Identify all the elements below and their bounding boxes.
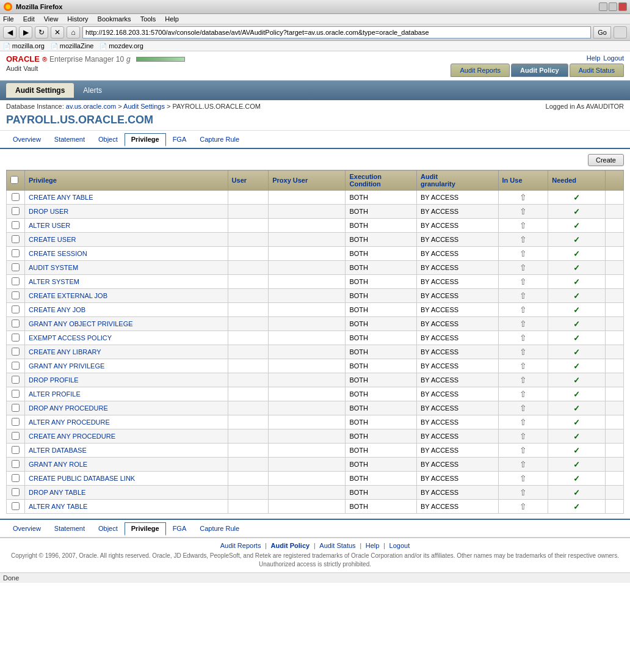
breadcrumb-db-link[interactable]: av.us.oracle.com — [66, 103, 116, 110]
row-checkbox[interactable] — [12, 263, 20, 271]
privilege-link[interactable]: ALTER USER — [29, 222, 70, 229]
url-input[interactable] — [82, 26, 591, 38]
row-checkbox[interactable] — [12, 418, 20, 426]
footer-link-audit-reports[interactable]: Audit Reports — [220, 542, 261, 549]
privilege-link[interactable]: ALTER DATABASE — [29, 447, 87, 454]
menu-tools[interactable]: Tools — [140, 15, 156, 23]
subtab-capture-rule[interactable]: Capture Rule — [193, 133, 246, 145]
row-checkbox[interactable] — [12, 193, 20, 201]
tab-alerts[interactable]: Alerts — [74, 83, 111, 98]
menu-bookmarks[interactable]: Bookmarks — [98, 15, 131, 23]
minimize-button[interactable] — [599, 2, 607, 11]
privilege-link[interactable]: GRANT ANY ROLE — [29, 461, 87, 468]
privilege-link[interactable]: ALTER PROFILE — [29, 390, 81, 398]
row-checkbox[interactable] — [12, 390, 20, 398]
privilege-link[interactable]: CREATE SESSION — [29, 250, 87, 257]
breadcrumb-audit-settings-link[interactable]: Audit Settings — [123, 103, 165, 110]
privilege-link[interactable]: GRANT ANY OBJECT PRIVILEGE — [29, 320, 133, 327]
tab-audit-status[interactable]: Audit Status — [570, 64, 624, 77]
close-button[interactable] — [618, 2, 627, 11]
bookmark-mozdev[interactable]: mozdev.org — [100, 42, 143, 49]
tab-audit-policy[interactable]: Audit Policy — [511, 64, 568, 77]
row-checkbox[interactable] — [12, 235, 20, 243]
help-link[interactable]: Help — [587, 54, 601, 62]
logout-link[interactable]: Logout — [603, 54, 624, 62]
row-checkbox[interactable] — [12, 488, 20, 496]
row-checkbox[interactable] — [12, 362, 20, 370]
back-button[interactable]: ◀ — [3, 26, 16, 38]
row-checkbox[interactable] — [12, 348, 20, 356]
row-checkbox[interactable] — [12, 460, 20, 468]
row-checkbox[interactable] — [12, 502, 20, 510]
privilege-link[interactable]: CREATE ANY JOB — [29, 306, 85, 313]
menu-help[interactable]: Help — [165, 15, 179, 23]
privilege-link[interactable]: AUDIT SYSTEM — [29, 264, 78, 271]
select-all-checkbox[interactable] — [10, 176, 18, 184]
col-user[interactable]: User — [228, 170, 269, 191]
privilege-link[interactable]: DROP PROFILE — [29, 376, 79, 384]
menu-file[interactable]: File — [3, 15, 14, 23]
privilege-link[interactable]: DROP USER — [29, 208, 68, 215]
footer-subtab-statement[interactable]: Statement — [48, 522, 92, 535]
privilege-link[interactable]: CREATE ANY PROCEDURE — [29, 433, 115, 440]
privilege-link[interactable]: DROP ANY TABLE — [29, 489, 85, 496]
footer-subtab-object[interactable]: Object — [92, 522, 125, 535]
footer-link-logout[interactable]: Logout — [389, 542, 410, 549]
row-checkbox[interactable] — [12, 474, 20, 482]
footer-link-audit-policy[interactable]: Audit Policy — [271, 542, 310, 549]
privilege-link[interactable]: ALTER ANY TABLE — [29, 503, 87, 510]
privilege-link[interactable]: DROP ANY PROCEDURE — [29, 404, 108, 412]
privilege-link[interactable]: CREATE PUBLIC DATABASE LINK — [29, 475, 135, 482]
menu-history[interactable]: History — [67, 15, 88, 23]
row-checkbox[interactable] — [12, 249, 20, 257]
stop-button[interactable]: ✕ — [51, 26, 64, 38]
home-button[interactable]: ⌂ — [67, 26, 80, 38]
tab-audit-reports[interactable]: Audit Reports — [451, 64, 510, 77]
subtab-overview[interactable]: Overview — [6, 133, 48, 145]
row-checkbox[interactable] — [12, 277, 20, 285]
bookmark-mozillazine[interactable]: mozillaZine — [51, 42, 93, 49]
menu-view[interactable]: View — [44, 15, 59, 23]
row-checkbox[interactable] — [12, 446, 20, 454]
footer-link-help[interactable]: Help — [366, 542, 380, 549]
subtab-privilege[interactable]: Privilege — [125, 133, 166, 147]
row-checkbox[interactable] — [12, 432, 20, 440]
col-audit-granularity[interactable]: Auditgranularity — [416, 170, 498, 191]
privilege-link[interactable]: GRANT ANY PRIVILEGE — [29, 362, 104, 370]
footer-subtab-privilege[interactable]: Privilege — [125, 522, 166, 536]
privilege-link[interactable]: CREATE ANY TABLE — [29, 194, 93, 201]
go-button[interactable]: Go — [593, 26, 611, 38]
footer-subtab-capture-rule[interactable]: Capture Rule — [193, 522, 246, 535]
row-checkbox[interactable] — [12, 376, 20, 384]
subtab-statement[interactable]: Statement — [48, 133, 92, 145]
col-needed[interactable]: Needed — [548, 170, 606, 191]
row-checkbox[interactable] — [12, 221, 20, 229]
bookmark-mozilla[interactable]: mozilla.org — [3, 42, 45, 49]
privilege-link[interactable]: ALTER ANY PROCEDURE — [29, 418, 110, 426]
create-button[interactable]: Create — [588, 154, 624, 166]
reload-button[interactable]: ↻ — [35, 26, 48, 38]
privilege-link[interactable]: CREATE EXTERNAL JOB — [29, 292, 107, 299]
col-privilege[interactable]: Privilege — [25, 170, 228, 191]
col-in-use[interactable]: In Use — [498, 170, 548, 191]
row-checkbox[interactable] — [12, 207, 20, 215]
maximize-button[interactable] — [609, 2, 617, 11]
privilege-link[interactable]: ALTER SYSTEM — [29, 278, 79, 285]
menu-edit[interactable]: Edit — [23, 15, 35, 23]
row-checkbox[interactable] — [12, 305, 20, 313]
privilege-link[interactable]: CREATE USER — [29, 236, 76, 243]
privilege-link[interactable]: EXEMPT ACCESS POLICY — [29, 334, 112, 341]
row-checkbox[interactable] — [12, 320, 20, 327]
footer-subtab-overview[interactable]: Overview — [6, 522, 48, 535]
privilege-link[interactable]: CREATE ANY LIBRARY — [29, 348, 101, 356]
footer-link-audit-status[interactable]: Audit Status — [319, 542, 355, 549]
row-checkbox[interactable] — [12, 291, 20, 299]
col-proxy-user[interactable]: Proxy User — [269, 170, 346, 191]
row-checkbox[interactable] — [12, 404, 20, 412]
tab-audit-settings[interactable]: Audit Settings — [6, 83, 74, 98]
col-execution-condition[interactable]: ExecutionCondition — [346, 170, 417, 191]
subtab-fga[interactable]: FGA — [166, 133, 194, 145]
forward-button[interactable]: ▶ — [19, 26, 32, 38]
subtab-object[interactable]: Object — [92, 133, 125, 145]
footer-subtab-fga[interactable]: FGA — [166, 522, 194, 535]
